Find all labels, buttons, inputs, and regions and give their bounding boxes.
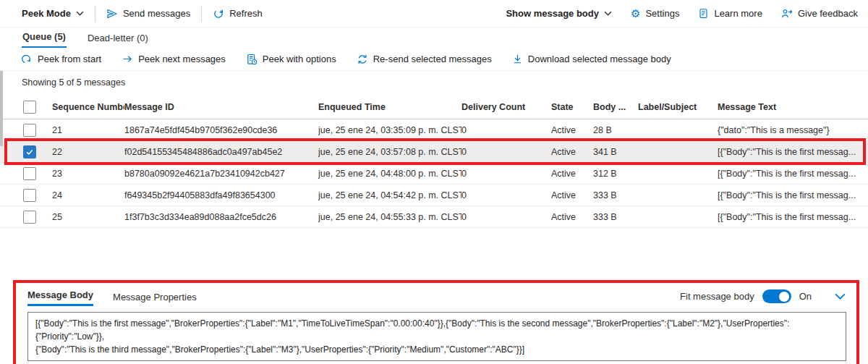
send-messages-button[interactable]: Send messages — [106, 8, 190, 20]
resend-selected-button[interactable]: Re-send selected messages — [357, 54, 492, 65]
header-enqueued-time: Enqueued Time — [318, 102, 461, 112]
toggle-knob — [779, 292, 789, 302]
toolbar-divider — [201, 6, 202, 22]
header-message-text: Message Text — [718, 102, 861, 112]
cell-message-id: b8780a09092e4621a7b23410942cb427 — [124, 169, 318, 179]
show-message-body-label: Show message body — [506, 8, 599, 19]
fit-message-body-control: Fit message body On — [680, 289, 846, 306]
cell-state: Active — [551, 125, 593, 135]
table-row[interactable]: 21 1867a74e5fdf454b9705f362e90cde36 jue,… — [0, 119, 868, 141]
header-body-size: Body ... — [593, 102, 638, 112]
cell-enqueued: jue, 25 ene 24, 04:54:42 p. m. CLST — [318, 190, 461, 200]
chevron-down-icon — [604, 11, 612, 16]
peek-mode-dropdown[interactable]: Peek Mode — [22, 8, 84, 19]
messages-table: Sequence Number Message ID Enqueued Time… — [0, 95, 868, 228]
cell-message-id: 1f3f7b3c3d334ea89d088aa2fce5dc26 — [124, 212, 318, 222]
settings-button[interactable]: ⚙ Settings — [631, 8, 679, 19]
cell-delivery: 0 — [461, 190, 551, 200]
select-all-checkbox[interactable] — [23, 101, 36, 114]
row-checkbox[interactable] — [23, 124, 36, 137]
peek-from-start-label: Peek from start — [38, 54, 101, 64]
learn-more-label: Learn more — [714, 8, 762, 19]
scrollbar[interactable] — [0, 71, 3, 146]
header-state: State — [551, 102, 593, 112]
peek-from-start-button[interactable]: Peek from start — [22, 54, 101, 64]
feedback-icon — [781, 8, 793, 19]
top-toolbar: Peek Mode Send messages Refresh Show mes… — [0, 0, 868, 27]
table-row[interactable]: 22 f02d54155345484886adc0a497ab45e2 jue,… — [0, 141, 868, 163]
resend-selected-label: Re-send selected messages — [373, 54, 492, 64]
tab-message-properties[interactable]: Message Properties — [113, 292, 197, 306]
cell-delivery: 0 — [461, 147, 551, 157]
panel-tabs: Message Body Message Properties Fit mess… — [27, 289, 846, 306]
download-message-body-button[interactable]: Download selected message body — [512, 54, 671, 64]
cell-sequence: 21 — [52, 125, 124, 135]
cell-sequence: 24 — [52, 190, 124, 200]
gear-icon: ⚙ — [631, 8, 640, 19]
cell-enqueued: jue, 25 ene 24, 03:35:09 p. m. CLST — [318, 125, 461, 135]
cell-delivery: 0 — [461, 212, 551, 222]
cell-message-text: {"dato":"This is a message"} — [718, 125, 861, 135]
cell-state: Active — [551, 212, 593, 222]
peek-options-icon — [246, 54, 258, 65]
row-checkbox[interactable] — [23, 189, 36, 202]
give-feedback-button[interactable]: Give feedback — [781, 8, 858, 19]
peek-next-messages-label: Peek next messages — [138, 54, 226, 64]
toggle-state-label: On — [799, 291, 812, 302]
refresh-icon — [213, 8, 224, 20]
cell-body-size: 333 B — [593, 212, 638, 222]
queue-tabs: Queue (5) Dead-letter (0) — [0, 27, 868, 48]
header-label-subject: Label/Subject — [638, 102, 718, 112]
cell-state: Active — [551, 169, 593, 179]
row-checkbox[interactable] — [23, 211, 36, 224]
cell-message-id: f02d54155345484886adc0a497ab45e2 — [124, 147, 318, 157]
cell-state: Active — [551, 190, 593, 200]
fit-message-body-toggle[interactable] — [762, 289, 791, 303]
peek-next-messages-button[interactable]: Peek next messages — [122, 54, 226, 64]
learn-more-button[interactable]: Learn more — [698, 8, 762, 19]
peek-with-options-label: Peek with options — [263, 54, 336, 64]
table-row[interactable]: 24 f649345b2f94405883dfa49f83654300 jue,… — [0, 185, 868, 206]
cell-body-size: 312 B — [593, 169, 638, 179]
cell-message-text: [{"Body":"This is the first messag... — [718, 212, 861, 222]
cell-message-text: [{"Body":"This is the first messag... — [718, 169, 861, 179]
message-body-textarea[interactable]: [{"Body":"This is the first message","Br… — [27, 312, 846, 361]
toolbar-divider — [95, 6, 95, 22]
show-message-body-dropdown[interactable]: Show message body — [506, 8, 612, 19]
refresh-label: Refresh — [229, 8, 263, 19]
peek-with-options-button[interactable]: Peek with options — [246, 54, 336, 65]
cell-message-text: [{"Body":"This is the first messag... — [718, 190, 861, 200]
cell-body-size: 333 B — [593, 190, 638, 200]
document-icon — [698, 8, 709, 19]
refresh-button[interactable]: Refresh — [213, 8, 263, 20]
cell-state: Active — [551, 147, 593, 157]
give-feedback-label: Give feedback — [798, 8, 858, 19]
tab-message-body[interactable]: Message Body — [27, 289, 93, 306]
collapse-panel-chevron-icon[interactable] — [834, 292, 846, 300]
cell-enqueued: jue, 25 ene 24, 04:48:00 p. m. CLST — [318, 169, 461, 179]
cell-body-size: 28 B — [593, 125, 638, 135]
resend-icon — [357, 54, 368, 65]
cell-body-size: 341 B — [593, 147, 638, 157]
table-header-row: Sequence Number Message ID Enqueued Time… — [0, 95, 868, 119]
table-row[interactable]: 25 1f3f7b3c3d334ea89d088aa2fce5dc26 jue,… — [0, 206, 868, 228]
cell-sequence: 25 — [52, 212, 124, 222]
row-checkbox[interactable] — [23, 167, 36, 180]
header-sequence-number: Sequence Number — [52, 102, 124, 112]
cell-delivery: 0 — [461, 169, 551, 179]
cell-delivery: 0 — [461, 125, 551, 135]
tab-dead-letter[interactable]: Dead-letter (0) — [87, 33, 149, 48]
arrow-right-icon — [122, 54, 133, 64]
table-row[interactable]: 23 b8780a09092e4621a7b23410942cb427 jue,… — [0, 163, 868, 185]
actions-toolbar: Peek from start Peek next messages Peek … — [0, 48, 868, 71]
fit-message-body-label: Fit message body — [680, 291, 754, 302]
send-icon — [106, 8, 118, 20]
cell-message-id: 1867a74e5fdf454b9705f362e90cde36 — [124, 125, 318, 135]
tab-queue[interactable]: Queue (5) — [22, 31, 67, 48]
cell-enqueued: jue, 25 ene 24, 03:57:08 p. m. CLST — [318, 147, 461, 157]
download-message-body-label: Download selected message body — [528, 54, 671, 64]
header-message-id: Message ID — [124, 102, 318, 112]
row-checkbox[interactable] — [23, 145, 36, 158]
cell-message-text: [{"Body":"This is the first messag... — [718, 147, 861, 157]
cell-sequence: 23 — [52, 169, 124, 179]
